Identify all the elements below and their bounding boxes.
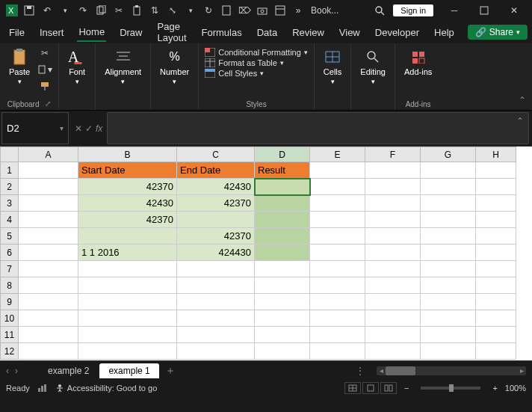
normal-view-icon[interactable] [344, 382, 361, 394]
page-layout-view-icon[interactable] [362, 382, 379, 394]
cell-H4[interactable] [476, 212, 516, 228]
cell-F7[interactable] [365, 261, 421, 277]
cell-H5[interactable] [476, 228, 516, 245]
cell-B7[interactable] [78, 261, 177, 277]
cell-A3[interactable] [19, 195, 78, 212]
cell-E6[interactable] [310, 245, 365, 261]
copy-icon[interactable]: ▾ [37, 63, 52, 76]
row-header-3[interactable]: 3 [1, 195, 19, 212]
cell-D1[interactable]: Result [255, 162, 310, 179]
cell-H8[interactable] [476, 277, 516, 294]
cell-G11[interactable] [421, 327, 476, 343]
row-header-1[interactable]: 1 [1, 162, 19, 179]
accessibility-status[interactable]: Accessibility: Good to go [55, 384, 157, 393]
cell-E5[interactable] [310, 228, 365, 245]
cell-C11[interactable] [177, 327, 255, 343]
cell-styles-button[interactable]: Cell Styles ▾ [205, 69, 308, 78]
cell-D7[interactable] [255, 261, 310, 277]
minimize-button[interactable]: ─ [439, 0, 469, 21]
cell-F9[interactable] [365, 294, 421, 310]
tab-formulas[interactable]: Formulas [200, 24, 244, 41]
cancel-formula-icon[interactable]: ✕ [75, 123, 82, 134]
cell-E9[interactable] [310, 294, 365, 310]
row-header-4[interactable]: 4 [1, 212, 19, 228]
col-header-G[interactable]: G [421, 147, 476, 162]
sheet-options-icon[interactable]: ⋮ [356, 366, 365, 376]
cell-H6[interactable] [476, 245, 516, 261]
cell-E4[interactable] [310, 212, 365, 228]
close-button[interactable]: ✕ [499, 0, 529, 21]
spreadsheet-grid[interactable]: ABCDEFGH1Start DateEnd DateResult2423704… [0, 147, 532, 360]
cell-B5[interactable] [78, 228, 177, 245]
alignment-button[interactable]: Alignment ▾ [102, 46, 144, 87]
cell-C2[interactable]: 42430 [177, 179, 255, 195]
search-icon[interactable] [371, 1, 389, 19]
cell-B4[interactable]: 42370 [78, 212, 177, 228]
cell-E11[interactable] [310, 327, 365, 343]
cell-G3[interactable] [421, 195, 476, 212]
new-file-icon[interactable] [218, 2, 235, 19]
row-header-2[interactable]: 2 [1, 179, 19, 195]
sheet-tab-example-1[interactable]: example 1 [99, 363, 158, 378]
row-header-11[interactable]: 11 [1, 327, 19, 343]
cell-C1[interactable]: End Date [177, 162, 255, 179]
sheet-nav-prev[interactable]: ‹ [6, 366, 9, 376]
col-header-F[interactable]: F [365, 147, 421, 162]
cell-G5[interactable] [421, 228, 476, 245]
format-painter-icon[interactable] [37, 79, 52, 93]
cell-H10[interactable] [476, 310, 516, 327]
cut-icon[interactable]: ✂ [37, 46, 52, 60]
share-button[interactable]: 🔗Share▾ [468, 25, 528, 40]
tab-file[interactable]: File [7, 24, 26, 41]
cell-G1[interactable] [421, 162, 476, 179]
tab-draw[interactable]: Draw [118, 24, 143, 41]
save-icon[interactable] [21, 2, 37, 19]
cell-F10[interactable] [365, 310, 421, 327]
cell-D4[interactable] [255, 212, 310, 228]
cell-H12[interactable] [476, 343, 516, 360]
form-icon[interactable] [272, 2, 288, 19]
chevron-down-icon[interactable]: ▾ [57, 2, 73, 19]
maximize-button[interactable] [469, 0, 499, 21]
col-header-E[interactable]: E [310, 147, 365, 162]
dialog-launcher-icon[interactable]: ⤢ [45, 99, 51, 108]
cell-D2[interactable] [255, 179, 310, 195]
cell-D5[interactable] [255, 228, 310, 245]
col-header-C[interactable]: C [177, 147, 255, 162]
redo-icon[interactable]: ↷ [75, 2, 91, 19]
row-header-8[interactable]: 8 [1, 277, 19, 294]
horizontal-scrollbar[interactable]: ◂ ▸ [377, 366, 526, 375]
zoom-in-button[interactable]: + [492, 384, 497, 393]
cell-B10[interactable] [78, 310, 177, 327]
cell-G7[interactable] [421, 261, 476, 277]
signin-button[interactable]: Sign in [393, 4, 433, 16]
cell-G9[interactable] [421, 294, 476, 310]
name-box[interactable]: D2 ▾ [1, 112, 69, 144]
cell-G10[interactable] [421, 310, 476, 327]
chevron-down-icon[interactable]: ▾ [182, 2, 199, 19]
cell-E12[interactable] [310, 343, 365, 360]
cell-F5[interactable] [365, 228, 421, 245]
paste-qat-icon[interactable] [129, 2, 145, 19]
cell-B2[interactable]: 42370 [78, 179, 177, 195]
cell-H11[interactable] [476, 327, 516, 343]
row-header-10[interactable]: 10 [1, 310, 19, 327]
cell-E1[interactable] [310, 162, 365, 179]
expand-formula-icon[interactable]: ⌃ [516, 116, 524, 126]
cell-F1[interactable] [365, 162, 421, 179]
cells-button[interactable]: Cells ▾ [321, 46, 344, 87]
cell-A9[interactable] [19, 294, 78, 310]
cell-D11[interactable] [255, 327, 310, 343]
cell-H7[interactable] [476, 261, 516, 277]
tab-view[interactable]: View [338, 24, 362, 41]
cell-H1[interactable] [476, 162, 516, 179]
cell-F6[interactable] [365, 245, 421, 261]
sheet-nav-next[interactable]: › [15, 366, 18, 376]
conditional-formatting-button[interactable]: Conditional Formatting ▾ [205, 48, 308, 57]
row-header-12[interactable]: 12 [1, 343, 19, 360]
cell-D8[interactable] [255, 277, 310, 294]
cell-G12[interactable] [421, 343, 476, 360]
cell-F11[interactable] [365, 327, 421, 343]
cell-B1[interactable]: Start Date [78, 162, 177, 179]
strike-icon[interactable]: ⌦ [236, 2, 253, 19]
